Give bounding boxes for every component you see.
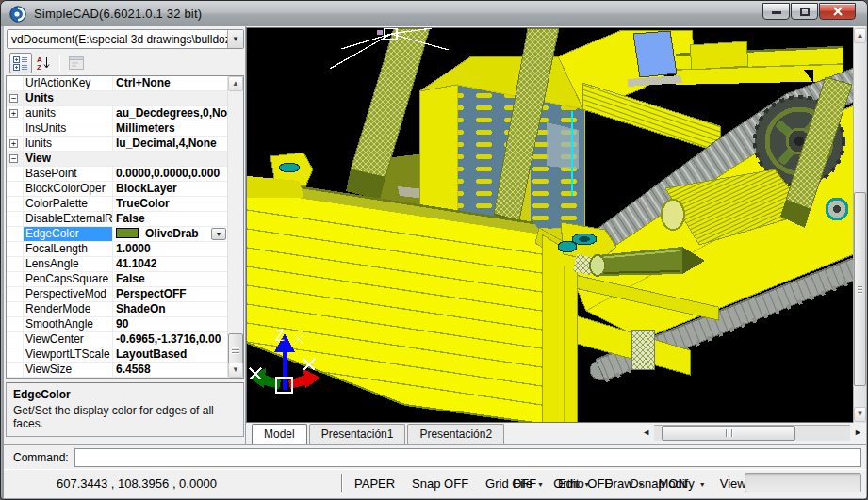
row-margin [7, 347, 24, 362]
property-value[interactable]: Ctrl+None [113, 76, 227, 90]
menu-modify[interactable]: Modify▼ [659, 476, 706, 491]
combo-dropdown-icon[interactable]: ▼ [227, 30, 243, 48]
property-row[interactable]: PerspectiveModPerspectOFF [7, 287, 227, 302]
tab-presentación2[interactable]: Presentación2 [407, 424, 504, 444]
tab-presentación1[interactable]: Presentación1 [309, 424, 406, 444]
property-label[interactable]: aunits [24, 106, 113, 121]
property-value[interactable]: False [113, 272, 227, 286]
property-row[interactable]: RenderModeShadeOn [7, 302, 227, 317]
property-label[interactable]: PenCapsSquare [24, 272, 113, 286]
tab-model[interactable]: Model [252, 424, 307, 444]
document-selector[interactable]: vdDocument(E:\special 3d drawings\bulldo… [7, 29, 244, 49]
viewport-vscrollbar[interactable]: ▲ ▼ [853, 27, 866, 423]
value-dropdown-icon[interactable]: ▼ [211, 228, 226, 240]
property-label[interactable]: ViewSize [24, 363, 113, 377]
property-label[interactable]: lunits [24, 137, 113, 151]
property-value[interactable]: False [113, 212, 227, 226]
property-row[interactable]: UrlActionKeyCtrl+None [7, 76, 227, 91]
property-row[interactable]: BlockColorOperBlockLayer [7, 182, 227, 197]
property-row[interactable]: BasePoint0.0000,0.0000,0.000 [7, 167, 227, 182]
viewport-hscroll-thumb[interactable] [662, 426, 795, 441]
scroll-up-icon[interactable]: ▲ [228, 76, 243, 91]
viewport-vscroll-thumb[interactable] [854, 192, 866, 386]
minimize-button[interactable] [762, 3, 790, 20]
property-row[interactable]: +lunitslu_Decimal,4,None [7, 137, 227, 152]
property-row[interactable]: ViewSize6.4568 [7, 363, 227, 378]
property-label[interactable]: UrlActionKey [24, 76, 113, 90]
property-row[interactable]: +aunitsau_Decdegrees,0,No [7, 106, 227, 121]
property-pages-button[interactable] [65, 53, 88, 73]
menu-file[interactable]: File▼ [513, 476, 544, 491]
status-separator [341, 474, 342, 492]
property-label[interactable]: InsUnits [24, 121, 113, 136]
property-row[interactable]: FocalLength1.0000 [7, 242, 227, 257]
viewport-scroll-up-icon[interactable]: ▲ [854, 28, 866, 43]
property-label[interactable]: ViewCenter [24, 332, 113, 347]
menu-draw[interactable]: Draw▼ [604, 476, 644, 491]
collapse-icon[interactable]: − [9, 154, 18, 163]
property-value[interactable]: 41.1042 [113, 257, 227, 271]
scrollbar-thumb[interactable] [228, 333, 243, 364]
property-row[interactable]: DisableExternalRefeFalse [7, 212, 227, 227]
scroll-down-icon[interactable]: ▼ [228, 363, 243, 378]
property-label[interactable]: ColorPalette [24, 197, 113, 211]
property-value[interactable]: TrueColor [113, 197, 227, 211]
property-value[interactable]: OliveDrab▼ [113, 227, 227, 241]
property-value[interactable]: -0.6965,-1.3716,0.00 [113, 332, 227, 347]
property-label[interactable]: View [24, 152, 51, 166]
menu-edit[interactable]: Edit▼ [558, 476, 590, 491]
property-row[interactable]: SmoothAngle90 [7, 317, 227, 332]
property-value[interactable]: Millimeters [113, 121, 227, 136]
property-label[interactable]: PerspectiveMod [24, 287, 113, 301]
property-label[interactable]: EdgeColor [24, 227, 113, 241]
viewport-hscrollbar[interactable] [654, 425, 850, 441]
property-value[interactable]: BlockLayer [113, 182, 227, 196]
status-toggle-snap-off[interactable]: Snap OFF [412, 476, 468, 491]
property-label[interactable]: BlockColorOper [24, 182, 113, 196]
property-value[interactable]: 1.0000 [113, 242, 227, 256]
property-value[interactable]: PerspectOFF [113, 287, 227, 301]
categorized-view-button[interactable] [9, 53, 32, 73]
property-value[interactable]: au_Decdegrees,0,No [113, 106, 227, 121]
chevron-down-icon: ▼ [638, 479, 645, 488]
property-row[interactable]: ViewCenter-0.6965,-1.3716,0.00 [7, 332, 227, 347]
titlebar[interactable]: SimpleCAD(6.6021.0.1 32 bit) [1, 1, 867, 26]
viewport-3d[interactable]: Z [246, 27, 855, 423]
property-row[interactable]: ColorPaletteTrueColor [7, 197, 227, 212]
category-row[interactable]: −Units [7, 91, 227, 106]
command-input[interactable] [74, 448, 861, 467]
property-label[interactable]: Units [24, 91, 54, 105]
property-value[interactable]: 6.4568 [113, 363, 227, 377]
property-grid-scrollbar[interactable]: ▲ ▼ [227, 76, 243, 378]
category-row[interactable]: −View [7, 152, 227, 167]
property-label[interactable]: DisableExternalRefe [24, 212, 113, 226]
status-toggle-paper[interactable]: PAPER [354, 476, 395, 491]
row-margin [7, 76, 24, 90]
hscroll-right-icon[interactable]: ► [850, 423, 866, 437]
property-value[interactable]: lu_Decimal,4,None [113, 137, 227, 151]
expand-icon[interactable]: + [9, 109, 18, 118]
collapse-icon[interactable]: − [9, 94, 18, 103]
viewport-scroll-down-icon[interactable]: ▼ [854, 407, 866, 422]
property-value[interactable]: ShadeOn [113, 302, 227, 316]
maximize-button[interactable] [791, 3, 818, 20]
property-value[interactable]: 90 [113, 317, 227, 331]
expand-icon[interactable]: + [9, 139, 18, 148]
property-label[interactable]: RenderMode [24, 302, 113, 316]
property-label[interactable]: FocalLength [24, 242, 113, 256]
property-row[interactable]: LensAngle41.1042 [7, 257, 227, 272]
property-row[interactable]: EdgeColorOliveDrab▼ [7, 227, 227, 242]
progress-area [745, 473, 861, 492]
property-value[interactable]: LayoutBased [113, 347, 227, 362]
close-button[interactable] [819, 3, 856, 20]
property-value[interactable]: 0.0000,0.0000,0.000 [113, 167, 227, 181]
property-label[interactable]: ViewportLTScale [24, 347, 113, 362]
property-label[interactable]: BasePoint [24, 167, 113, 181]
property-label[interactable]: LensAngle [24, 257, 113, 271]
property-row[interactable]: ViewportLTScaleLayoutBased [7, 347, 227, 363]
hscroll-left-icon[interactable]: ◄ [638, 423, 654, 437]
property-row[interactable]: PenCapsSquareFalse [7, 272, 227, 287]
alphabetical-sort-button[interactable]: A Z [32, 53, 55, 73]
property-row[interactable]: InsUnitsMillimeters [7, 121, 227, 137]
property-label[interactable]: SmoothAngle [24, 317, 113, 331]
